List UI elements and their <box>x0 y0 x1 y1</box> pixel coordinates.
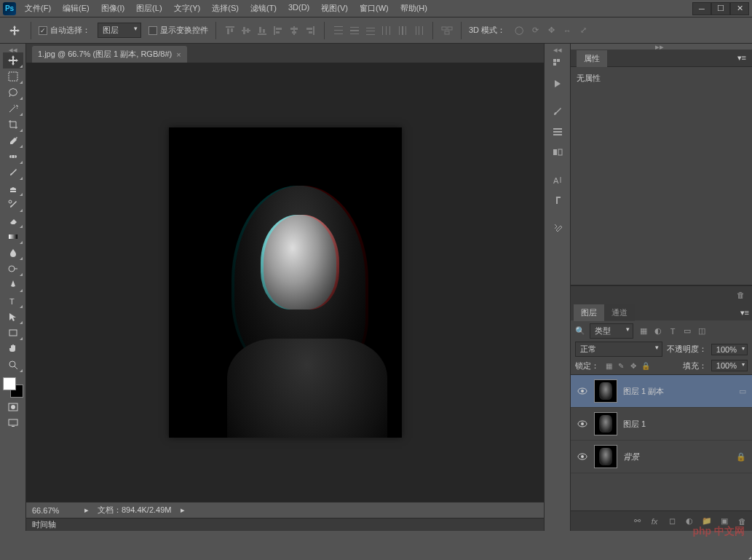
toolbox-collapse-handle[interactable]: ◂◂ <box>0 47 25 52</box>
align-right-icon[interactable] <box>304 24 317 37</box>
color-swatch[interactable] <box>3 377 23 398</box>
align-top-icon[interactable] <box>223 24 237 37</box>
hand-tool[interactable] <box>3 341 23 357</box>
blend-mode-dropdown[interactable]: 正常 <box>575 342 662 357</box>
lock-transparency-icon[interactable]: ▦ <box>603 360 614 371</box>
crop-tool[interactable] <box>3 117 23 133</box>
layer-thumbnail[interactable] <box>594 379 617 403</box>
visibility-toggle[interactable] <box>577 385 588 397</box>
status-arrow-icon[interactable]: ▸ <box>84 505 89 515</box>
filter-adjustment-icon[interactable]: ◐ <box>652 326 664 337</box>
gradient-tool[interactable] <box>3 229 23 245</box>
canvas-viewport[interactable] <box>26 63 544 502</box>
clone-stamp-tool[interactable] <box>3 181 23 197</box>
panel-menu-icon[interactable]: ▾≡ <box>737 305 752 320</box>
minimize-button[interactable]: ─ <box>692 2 711 15</box>
eyedropper-tool[interactable] <box>3 133 23 149</box>
fill-input[interactable]: 100% <box>711 360 748 371</box>
layer-row[interactable]: 背景 🔒 <box>571 441 752 473</box>
layer-thumbnail[interactable] <box>594 445 617 468</box>
show-transform-toggle[interactable]: 显示变换控件 <box>149 25 208 36</box>
quick-mask-toggle[interactable] <box>6 401 20 414</box>
lasso-tool[interactable] <box>3 84 23 100</box>
path-selection-tool[interactable] <box>3 309 23 325</box>
document-tab[interactable]: 1.jpg @ 66.7% (图层 1 副本, RGB/8#) × <box>32 46 187 63</box>
layer-row[interactable]: 图层 1 <box>571 408 752 441</box>
move-tool[interactable] <box>3 52 23 68</box>
layer-style-icon[interactable]: fx <box>649 516 660 527</box>
tool-presets-panel-icon[interactable] <box>547 218 568 237</box>
menu-type[interactable]: 文字(Y) <box>170 1 205 15</box>
3d-slide-icon[interactable]: ↔ <box>561 24 574 37</box>
zoom-tool[interactable] <box>3 357 23 373</box>
canvas[interactable] <box>169 127 402 438</box>
move-tool-icon[interactable] <box>6 22 23 39</box>
tab-close-icon[interactable]: × <box>176 50 181 59</box>
status-arrow-icon[interactable]: ▸ <box>181 505 185 515</box>
zoom-level[interactable]: 66.67% <box>32 506 76 515</box>
menu-filter[interactable]: 滤镜(T) <box>246 1 281 15</box>
menu-help[interactable]: 帮助(H) <box>396 1 432 15</box>
layer-name[interactable]: 图层 1 副本 <box>623 386 733 397</box>
timeline-panel-tab[interactable]: 时间轴 <box>26 518 544 531</box>
close-button[interactable]: ✕ <box>730 2 749 15</box>
actions-panel-icon[interactable] <box>547 74 568 93</box>
brush-presets-panel-icon[interactable] <box>547 122 568 141</box>
blur-tool[interactable] <box>3 245 23 261</box>
panel-collapse-handle[interactable]: ◂◂ <box>545 47 570 52</box>
clone-source-panel-icon[interactable] <box>547 143 568 162</box>
paragraph-panel-icon[interactable] <box>547 191 568 210</box>
link-layers-icon[interactable]: ⚯ <box>631 516 643 527</box>
menu-image[interactable]: 图像(I) <box>97 1 129 15</box>
layer-name[interactable]: 背景 <box>623 451 730 462</box>
screen-mode-toggle[interactable] <box>6 417 20 430</box>
align-left-icon[interactable] <box>272 24 285 37</box>
foreground-color[interactable] <box>3 377 16 390</box>
eraser-tool[interactable] <box>3 213 23 229</box>
brush-panel-icon[interactable] <box>547 102 568 121</box>
pen-tool[interactable] <box>3 277 23 293</box>
3d-roll-icon[interactable]: ⟳ <box>529 24 542 37</box>
distribute-bottom-icon[interactable] <box>364 24 377 37</box>
distribute-right-icon[interactable] <box>412 24 425 37</box>
filter-shape-icon[interactable]: ▭ <box>681 326 693 337</box>
lock-all-icon[interactable]: 🔒 <box>641 360 651 371</box>
opacity-input[interactable]: 100% <box>711 344 748 355</box>
layer-kind-dropdown[interactable]: 类型 <box>590 323 633 339</box>
menu-layer[interactable]: 图层(L) <box>132 1 166 15</box>
visibility-toggle[interactable] <box>577 451 588 462</box>
type-tool[interactable]: T <box>3 293 23 309</box>
menu-window[interactable]: 窗口(W) <box>355 1 393 15</box>
history-brush-tool[interactable] <box>3 197 23 213</box>
panel-collapse-handle[interactable]: ▸▸ <box>571 44 752 50</box>
trash-icon[interactable]: 🗑 <box>735 289 746 301</box>
healing-brush-tool[interactable] <box>3 149 23 165</box>
panel-menu-icon[interactable]: ▾≡ <box>737 53 746 63</box>
3d-pan-icon[interactable]: ✥ <box>545 24 558 37</box>
auto-select-dropdown[interactable]: 图层 <box>98 23 141 38</box>
menu-edit[interactable]: 编辑(E) <box>58 1 94 15</box>
rectangle-tool[interactable] <box>3 325 23 341</box>
3d-orbit-icon[interactable]: ◯ <box>512 24 526 37</box>
distribute-hcenter-icon[interactable] <box>396 24 409 37</box>
menu-file[interactable]: 文件(F) <box>20 1 55 15</box>
align-vcenter-icon[interactable] <box>240 24 253 37</box>
auto-align-icon[interactable] <box>440 24 454 37</box>
properties-tab[interactable]: 属性 <box>577 50 607 67</box>
filter-smartobject-icon[interactable]: ◫ <box>696 326 708 337</box>
layers-tab[interactable]: 图层 <box>574 304 604 321</box>
visibility-toggle[interactable] <box>577 418 588 430</box>
layer-row[interactable]: 图层 1 副本 ▭ <box>571 375 752 408</box>
auto-select-toggle[interactable]: 自动选择： <box>39 25 90 36</box>
distribute-vcenter-icon[interactable] <box>348 24 361 37</box>
menu-select[interactable]: 选择(S) <box>207 1 243 15</box>
brush-tool[interactable] <box>3 165 23 181</box>
menu-3d[interactable]: 3D(D) <box>284 1 314 15</box>
dodge-tool[interactable] <box>3 261 23 277</box>
filter-type-icon[interactable]: T <box>667 326 678 337</box>
layer-thumbnail[interactable] <box>594 412 617 435</box>
maximize-button[interactable]: ☐ <box>711 2 730 15</box>
magic-wand-tool[interactable] <box>3 100 23 117</box>
menu-view[interactable]: 视图(V) <box>317 1 352 15</box>
lock-pixels-icon[interactable]: ✎ <box>616 360 626 371</box>
